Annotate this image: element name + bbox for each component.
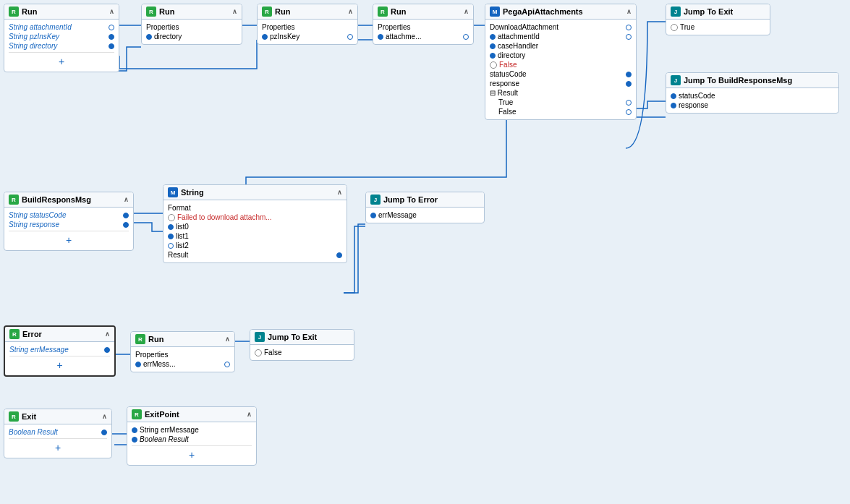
run5-icon: R [135,334,145,344]
string-format-chevron[interactable]: ∧ [337,189,342,196]
sf-list0-label: list0 [176,223,189,231]
run2-header[interactable]: R Run ∧ [142,4,242,20]
ep-boolean-result-row: Boolean Result [132,435,252,444]
jump-to-error-title: Jump To Error [383,195,438,204]
sf-list2-label: list2 [176,242,189,249]
build-statusCode-port [123,213,129,218]
sf-failed-row: Failed to download attachm... [168,213,342,222]
run2-directory-label: directory [154,33,182,40]
run1-directory-label: String directory [9,42,106,50]
exit-point-header[interactable]: R ExitPoint ∧ [127,407,256,422]
build-response-chevron[interactable]: ∧ [124,196,129,203]
jump-to-build-node: J Jump To BuildResponseMsg statusCode re… [666,72,839,114]
error-plus[interactable]: + [9,358,110,372]
run4-node: R Run ∧ Properties attachme... [373,4,474,45]
sf-format-label: Format [168,204,191,212]
run4-title: Run [391,7,406,16]
error-icon: R [9,329,20,339]
build-response-header[interactable]: R BuildResponsMsg ∧ [4,192,133,208]
run5-properties-label: Properties [135,351,169,359]
run1-directory-row: String directory [9,41,114,51]
run4-icon: R [378,7,388,17]
pega-api-chevron[interactable]: ∧ [626,8,632,15]
build-response-icon: R [9,195,19,205]
pega-api-header[interactable]: M PegaApiAttachments ∧ [485,4,636,20]
exit-point-node: R ExitPoint ∧ String errMessage Boolean … [127,406,257,466]
pega-attachmentId-row: attachmentId [490,32,632,41]
run4-header[interactable]: R Run ∧ [373,4,473,20]
build-statusCode-row: String statusCode [9,210,129,220]
run1-chevron[interactable]: ∧ [109,8,114,15]
run5-errMess-row: errMess... [135,359,230,369]
run1-directory-port [109,43,114,49]
workflow-canvas: R Run ∧ String attachmentId String pzIns… [0,0,850,504]
run2-properties-row: Properties [146,22,237,32]
run1-plus[interactable]: + [9,54,114,69]
run3-pzInsKey-label: pzInsKey [270,33,345,40]
jte2-false-radio [255,349,262,356]
run3-pzInsKey-port-left [262,34,268,40]
run3-icon: R [262,7,272,17]
run5-title: Run [148,335,163,343]
run4-properties-row: Properties [378,22,469,32]
run3-pzInsKey-port-right [347,34,353,40]
pega-result-bracket-row: ⊟ Result [490,88,632,98]
jump-build-statusCode-port [671,93,676,99]
error-chevron[interactable]: ∧ [105,330,110,338]
pega-result-true-row: True [490,98,632,107]
sf-list0-port [168,224,174,230]
exit-plus[interactable]: + [9,440,107,455]
run2-title: Run [159,7,174,16]
run3-title: Run [275,7,290,16]
sf-result-label: Result [168,251,334,259]
run3-header[interactable]: R Run ∧ [258,4,357,20]
run5-header[interactable]: R Run ∧ [131,332,234,347]
sf-list2-port [168,243,174,249]
pega-download-port [626,25,632,30]
pega-response-port [626,81,632,87]
sf-failed-radio [168,214,175,221]
jte-errMessage-port [370,213,376,218]
error-header[interactable]: R Error ∧ [5,327,114,342]
pega-attachmentId-label: attachmentId [498,33,624,40]
run5-chevron[interactable]: ∧ [225,336,230,343]
run5-errMess-label: errMess... [143,360,222,368]
run2-chevron[interactable]: ∧ [232,8,237,15]
run1-header[interactable]: R Run ∧ [4,4,119,20]
jump-build-statusCode-label: statusCode [679,92,715,100]
sf-result-row: Result [168,250,342,260]
jump-to-exit-header[interactable]: J Jump To Exit [666,4,770,20]
exit-chevron[interactable]: ∧ [102,413,107,420]
jump-to-build-header[interactable]: J Jump To BuildResponseMsg [666,73,838,88]
jump-to-exit2-icon: J [255,332,265,342]
exit-result-port [101,430,107,435]
run4-attachme-label: attachme... [386,33,461,40]
jump-to-exit2-header[interactable]: J Jump To Exit [250,330,354,345]
sf-list1-label: list1 [176,232,189,240]
jump-to-exit2-title: Jump To Exit [268,333,317,341]
jump-to-error-header[interactable]: J Jump To Error [366,192,484,208]
pega-result-false-indent: False [490,108,624,116]
pega-statusCode-port [626,72,632,77]
run5-errMess-port-right [224,362,230,367]
ep-boolean-result-port [132,437,137,443]
exit-point-chevron[interactable]: ∧ [247,411,252,418]
error-title: Error [22,330,42,338]
exit-title: Exit [22,412,36,421]
sf-list0-row: list0 [168,222,342,231]
ep-plus[interactable]: + [132,448,252,462]
pega-result-false-row: False [490,107,632,116]
jump-build-response-port [671,103,676,108]
string-format-header[interactable]: M String ∧ [163,185,347,200]
run3-chevron[interactable]: ∧ [348,8,353,15]
run2-properties-label: Properties [146,23,179,31]
pega-attachmentId-port-left [490,34,496,40]
run2-node: R Run ∧ Properties directory [141,4,242,45]
exit-header[interactable]: R Exit ∧ [4,409,111,424]
run4-chevron[interactable]: ∧ [464,8,469,15]
pega-download-row: DownloadAttachment [490,22,632,32]
build-plus[interactable]: + [9,233,129,247]
run1-attachmentId-label: String attachmentId [9,23,106,31]
pega-result-bracket: ⊟ Result [490,89,518,97]
run4-attachme-port-left [378,34,383,40]
